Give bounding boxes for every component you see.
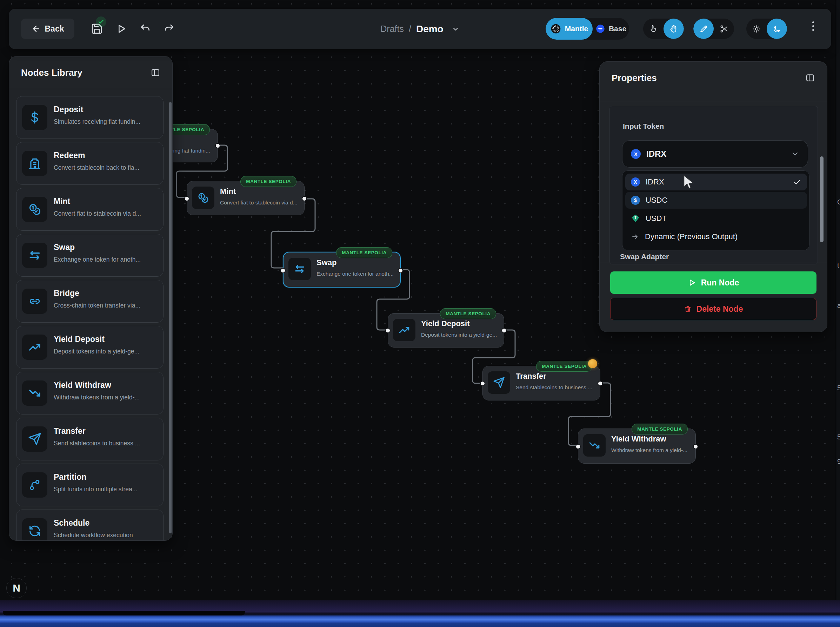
collapse-panel-icon[interactable] [150,68,160,77]
theme-toggle [746,19,787,39]
base-logo-icon [595,24,605,34]
sun-icon[interactable] [746,19,767,39]
input-handle[interactable] [280,268,286,273]
item-desc: Convert fiat to stablecoin via d... [54,210,141,217]
node-title: Mint [220,187,236,196]
item-desc: Simulates receiving fiat fundin... [54,118,141,126]
pencil-icon[interactable] [693,19,714,39]
status-dot [588,359,597,368]
node-title: Yield Withdraw [611,435,666,444]
option-label: USDC [646,196,801,205]
scissors-icon[interactable] [714,19,734,39]
cursor-tool-toggle [643,19,684,39]
properties-title: Properties [611,72,657,83]
more-menu-icon[interactable] [806,21,820,31]
library-item-partition[interactable]: Partition Split funds into multiple stre… [16,463,164,506]
node-title: Transfer [516,372,546,381]
network-base-button[interactable]: Base [593,18,629,39]
canvas-node-transfer[interactable]: MANTLE SEPOLIA Transfer Send stablecoins… [482,366,600,400]
breadcrumb-section: Drafts [381,24,404,34]
library-item-schedule[interactable]: Schedule Schedule workflow execution [16,509,164,541]
network-badge: MANTLE SEPOLIA [632,424,688,435]
library-item-yield-withdraw[interactable]: Yield Withdraw Withdraw tokens from a yi… [16,372,164,414]
library-item-transfer[interactable]: Transfer Send stablecoins to business ..… [16,417,164,460]
pointer-tool-icon[interactable] [643,19,663,39]
output-handle[interactable] [693,444,698,449]
output-handle[interactable] [501,328,507,333]
node-desc: Withdraw tokens from a yield-... [611,447,687,454]
item-title: Mint [54,197,70,206]
network-badge: MANTLE SEPOLIA [336,247,392,258]
canvas-node-swap[interactable]: MANTLE SEPOLIA Swap Exchange one token f… [283,252,401,288]
token-option-dynamic[interactable]: Dynamic (Previous Output) [625,228,807,245]
idrx-token-icon: X [631,149,641,159]
undo-icon[interactable] [135,19,155,39]
item-desc: Schedule workflow execution [54,532,133,539]
node-desc: Convert fiat to stablecoin via d... [220,200,298,206]
item-desc: Split funds into multiple strea... [54,486,137,493]
idrx-token-icon: X [631,178,640,187]
send-icon [488,371,510,394]
item-title: Bridge [54,288,79,298]
delete-node-button[interactable]: Delete Node [610,298,816,320]
library-item-swap[interactable]: Swap Exchange one token for anoth... [16,234,164,277]
properties-scrollbar[interactable] [820,156,824,242]
output-handle[interactable] [398,268,403,273]
nextjs-dev-badge[interactable]: N [6,578,27,598]
token-option-usdc[interactable]: $ USDC [625,192,807,209]
output-handle[interactable] [215,143,220,148]
play-icon [688,279,696,287]
redo-icon[interactable] [159,19,179,39]
moon-icon[interactable] [767,19,787,39]
library-item-yield-deposit[interactable]: Yield Deposit Deposit tokens into a yiel… [16,326,164,369]
token-option-idrx[interactable]: X IDRX [625,173,807,191]
node-title: Swap [316,258,336,267]
output-handle[interactable] [302,196,307,201]
item-title: Redeem [54,151,85,160]
breadcrumb-separator: / [409,24,411,34]
properties-panel: Properties Input Token X IDRX X IDRX $ U… [599,61,827,332]
nodes-library-title: Nodes Library [21,67,82,78]
swap-arrows-icon [22,243,47,268]
canvas-node-yield-deposit[interactable]: MANTLE SEPOLIA Yield Deposit Deposit tok… [388,313,504,348]
input-handle[interactable] [385,328,390,333]
edge-fragment: 5 [837,433,840,441]
chevron-down-icon[interactable] [452,25,459,33]
run-node-label: Run Node [701,278,739,288]
network-badge: MANTLE SEPOLIA [240,176,297,187]
sidebar-scrollbar[interactable] [169,102,172,533]
canvas-node-mint[interactable]: MANTLE SEPOLIA Mint Convert fiat to stab… [187,181,305,215]
library-item-deposit[interactable]: Deposit Simulates receiving fiat fundin.… [16,96,164,139]
input-handle[interactable] [575,444,581,449]
canvas-node-yield-withdraw[interactable]: MANTLE SEPOLIA Yield Withdraw Withdraw t… [578,429,696,463]
base-label: Base [609,25,626,33]
breadcrumb[interactable]: Drafts / Demo [381,9,459,49]
library-item-mint[interactable]: Mint Convert fiat to stablecoin via d... [16,188,164,231]
token-option-usdt[interactable]: T USDT [625,210,807,227]
item-title: Partition [54,473,86,482]
run-node-button[interactable]: Run Node [610,271,816,294]
input-handle[interactable] [480,381,485,386]
pan-hand-icon[interactable] [663,19,684,39]
collapse-panel-icon[interactable] [805,73,815,83]
input-handle[interactable] [184,196,189,201]
trending-up-icon [393,319,415,341]
back-button[interactable]: Back [21,19,74,39]
edge-fragment: 5 [837,384,840,392]
library-item-redeem[interactable]: Redeem Convert stablecoin back to fia... [16,142,164,185]
window-bottom-edge [3,611,245,616]
node-desc: Send stablecoins to business ... [516,384,592,391]
link-icon [22,288,47,314]
output-handle[interactable] [598,381,603,386]
save-button[interactable] [87,19,107,39]
network-mantle-button[interactable]: Mantle [546,18,593,39]
arrow-left-icon [32,24,41,33]
run-workflow-icon[interactable] [111,19,131,39]
input-token-select[interactable]: X IDRX [622,140,808,168]
item-title: Transfer [54,427,85,436]
library-item-bridge[interactable]: Bridge Cross-chain token transfer via... [16,280,164,323]
edge-fragment: a [837,302,840,310]
svg-text:T: T [635,215,637,219]
chevron-down-icon [791,150,799,158]
saved-check-icon [96,16,106,27]
